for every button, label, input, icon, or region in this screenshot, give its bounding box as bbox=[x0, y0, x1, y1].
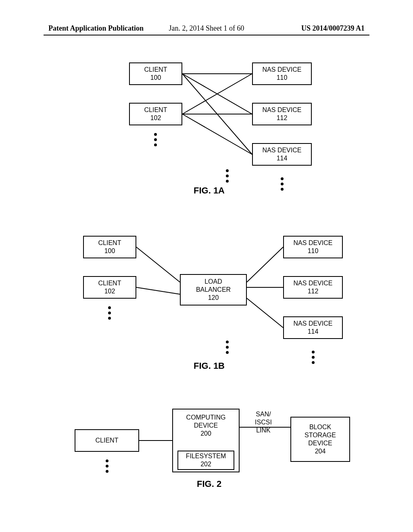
link-line1: SAN/ bbox=[249, 410, 277, 418]
ellipsis-icon bbox=[108, 306, 111, 320]
box-label-2: BALANCER bbox=[196, 286, 231, 294]
svg-line-8 bbox=[247, 247, 283, 282]
link-line2: ISCSI bbox=[249, 418, 277, 426]
svg-line-10 bbox=[247, 298, 283, 328]
box-label: NAS DEVICE bbox=[294, 239, 333, 247]
diagram-canvas: CLIENT 100 CLIENT 102 NAS DEVICE 110 NAS… bbox=[0, 0, 413, 532]
box-number: 102 bbox=[150, 114, 161, 122]
ellipsis-icon bbox=[226, 169, 229, 183]
fig1b-client-102: CLIENT 102 bbox=[83, 276, 136, 299]
fig1b-client-100: CLIENT 100 bbox=[83, 236, 136, 258]
svg-line-6 bbox=[136, 247, 180, 282]
box-label: CLIENT bbox=[98, 239, 121, 247]
ellipsis-icon bbox=[106, 459, 108, 473]
ellipsis-icon bbox=[226, 341, 229, 354]
fig1a-client-102: CLIENT 102 bbox=[129, 103, 182, 125]
ellipsis-icon bbox=[154, 133, 157, 146]
link-line3: LINK bbox=[249, 426, 277, 434]
svg-line-5 bbox=[182, 114, 252, 154]
box-number: 110 bbox=[277, 74, 288, 82]
box-label-3: DEVICE bbox=[308, 439, 332, 447]
fig1b-label: FIG. 1B bbox=[194, 361, 225, 371]
fig1b-nas-114: NAS DEVICE 114 bbox=[283, 316, 343, 339]
box-number: 112 bbox=[277, 114, 288, 122]
fig2-link-label: SAN/ ISCSI LINK bbox=[249, 410, 277, 434]
fig1a-client-100: CLIENT 100 bbox=[129, 62, 182, 85]
box-number: 114 bbox=[308, 328, 319, 336]
box-label: CLIENT bbox=[98, 279, 121, 287]
box-label-2: DEVICE bbox=[194, 422, 218, 430]
box-label: NAS DEVICE bbox=[294, 279, 333, 287]
box-label: FILESYSTEM bbox=[186, 452, 226, 460]
box-label-1: LOAD bbox=[204, 278, 222, 286]
svg-line-7 bbox=[136, 287, 180, 294]
box-label: CLIENT bbox=[144, 106, 167, 114]
fig1a-nas-112: NAS DEVICE 112 bbox=[252, 103, 312, 125]
ellipsis-icon bbox=[312, 351, 315, 364]
box-number: 100 bbox=[104, 247, 115, 255]
box-number: 102 bbox=[104, 287, 115, 295]
fig1b-load-balancer: LOAD BALANCER 120 bbox=[180, 274, 247, 305]
box-label-1: BLOCK bbox=[309, 423, 331, 431]
fig1a-nas-110: NAS DEVICE 110 bbox=[252, 62, 312, 85]
box-number: 202 bbox=[200, 460, 211, 468]
box-number: 204 bbox=[315, 447, 326, 455]
fig1b-nas-110: NAS DEVICE 110 bbox=[283, 236, 343, 258]
fig1a-label: FIG. 1A bbox=[194, 185, 225, 196]
box-label-2: STORAGE bbox=[305, 431, 336, 439]
box-number: 200 bbox=[200, 430, 211, 438]
box-label-1: COMPUTING bbox=[186, 414, 226, 422]
box-number: 114 bbox=[277, 154, 288, 162]
fig2-filesystem: FILESYSTEM 202 bbox=[177, 451, 234, 470]
box-number: 112 bbox=[308, 287, 319, 295]
box-number: 100 bbox=[150, 74, 161, 82]
fig1b-nas-112: NAS DEVICE 112 bbox=[283, 276, 343, 299]
box-number: 110 bbox=[308, 247, 319, 255]
fig2-block-storage: BLOCK STORAGE DEVICE 204 bbox=[290, 417, 350, 462]
fig2-client: CLIENT bbox=[75, 429, 139, 452]
box-label: NAS DEVICE bbox=[263, 146, 302, 154]
fig2-label: FIG. 2 bbox=[197, 479, 221, 489]
box-label: CLIENT bbox=[96, 436, 119, 445]
ellipsis-icon bbox=[281, 177, 284, 191]
fig1a-nas-114: NAS DEVICE 114 bbox=[252, 143, 312, 166]
box-label: CLIENT bbox=[144, 66, 167, 74]
box-label: NAS DEVICE bbox=[263, 106, 302, 114]
box-number: 120 bbox=[208, 294, 219, 302]
box-label: NAS DEVICE bbox=[294, 320, 333, 328]
box-label: NAS DEVICE bbox=[263, 66, 302, 74]
